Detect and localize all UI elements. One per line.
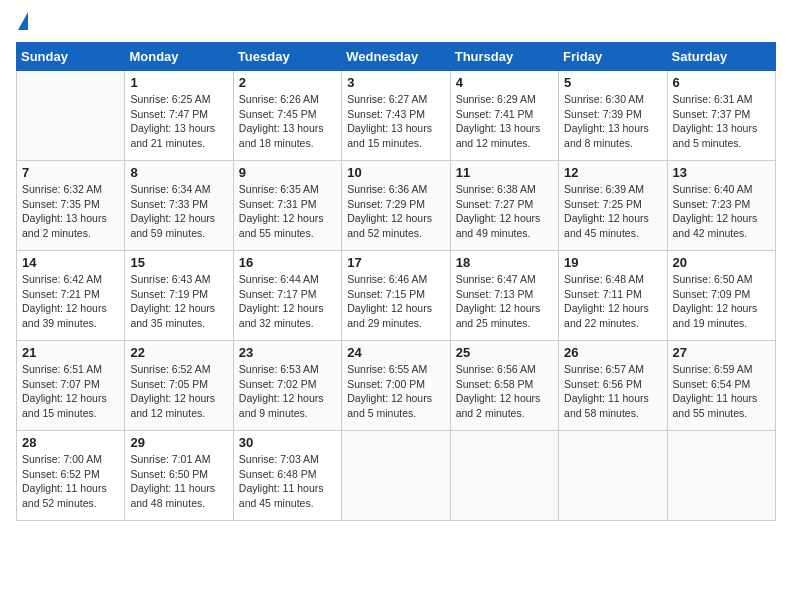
calendar-cell: 1Sunrise: 6:25 AMSunset: 7:47 PMDaylight…: [125, 71, 233, 161]
calendar-cell: 15Sunrise: 6:43 AMSunset: 7:19 PMDayligh…: [125, 251, 233, 341]
day-number: 23: [239, 345, 336, 360]
calendar-week-row: 28Sunrise: 7:00 AMSunset: 6:52 PMDayligh…: [17, 431, 776, 521]
day-number: 11: [456, 165, 553, 180]
day-number: 5: [564, 75, 661, 90]
day-number: 20: [673, 255, 770, 270]
day-info: Sunrise: 7:03 AMSunset: 6:48 PMDaylight:…: [239, 452, 336, 511]
calendar-cell: 23Sunrise: 6:53 AMSunset: 7:02 PMDayligh…: [233, 341, 341, 431]
day-number: 14: [22, 255, 119, 270]
calendar-cell: 11Sunrise: 6:38 AMSunset: 7:27 PMDayligh…: [450, 161, 558, 251]
weekday-header-saturday: Saturday: [667, 43, 775, 71]
calendar-cell: 25Sunrise: 6:56 AMSunset: 6:58 PMDayligh…: [450, 341, 558, 431]
day-info: Sunrise: 6:57 AMSunset: 6:56 PMDaylight:…: [564, 362, 661, 421]
day-number: 30: [239, 435, 336, 450]
day-info: Sunrise: 6:39 AMSunset: 7:25 PMDaylight:…: [564, 182, 661, 241]
day-info: Sunrise: 6:34 AMSunset: 7:33 PMDaylight:…: [130, 182, 227, 241]
day-number: 9: [239, 165, 336, 180]
day-info: Sunrise: 6:31 AMSunset: 7:37 PMDaylight:…: [673, 92, 770, 151]
day-info: Sunrise: 6:47 AMSunset: 7:13 PMDaylight:…: [456, 272, 553, 331]
day-info: Sunrise: 6:51 AMSunset: 7:07 PMDaylight:…: [22, 362, 119, 421]
day-number: 13: [673, 165, 770, 180]
calendar-cell: 28Sunrise: 7:00 AMSunset: 6:52 PMDayligh…: [17, 431, 125, 521]
calendar-cell: 12Sunrise: 6:39 AMSunset: 7:25 PMDayligh…: [559, 161, 667, 251]
day-number: 18: [456, 255, 553, 270]
calendar-cell: [667, 431, 775, 521]
calendar-cell: 5Sunrise: 6:30 AMSunset: 7:39 PMDaylight…: [559, 71, 667, 161]
calendar-cell: 16Sunrise: 6:44 AMSunset: 7:17 PMDayligh…: [233, 251, 341, 341]
day-info: Sunrise: 6:52 AMSunset: 7:05 PMDaylight:…: [130, 362, 227, 421]
day-info: Sunrise: 6:26 AMSunset: 7:45 PMDaylight:…: [239, 92, 336, 151]
day-info: Sunrise: 6:27 AMSunset: 7:43 PMDaylight:…: [347, 92, 444, 151]
weekday-header-sunday: Sunday: [17, 43, 125, 71]
day-info: Sunrise: 6:48 AMSunset: 7:11 PMDaylight:…: [564, 272, 661, 331]
day-info: Sunrise: 7:00 AMSunset: 6:52 PMDaylight:…: [22, 452, 119, 511]
calendar-cell: 20Sunrise: 6:50 AMSunset: 7:09 PMDayligh…: [667, 251, 775, 341]
calendar-cell: [559, 431, 667, 521]
day-info: Sunrise: 7:01 AMSunset: 6:50 PMDaylight:…: [130, 452, 227, 511]
weekday-header-monday: Monday: [125, 43, 233, 71]
day-number: 12: [564, 165, 661, 180]
day-number: 21: [22, 345, 119, 360]
calendar-week-row: 7Sunrise: 6:32 AMSunset: 7:35 PMDaylight…: [17, 161, 776, 251]
day-number: 24: [347, 345, 444, 360]
day-info: Sunrise: 6:42 AMSunset: 7:21 PMDaylight:…: [22, 272, 119, 331]
calendar-cell: 4Sunrise: 6:29 AMSunset: 7:41 PMDaylight…: [450, 71, 558, 161]
calendar-cell: 18Sunrise: 6:47 AMSunset: 7:13 PMDayligh…: [450, 251, 558, 341]
calendar-cell: 21Sunrise: 6:51 AMSunset: 7:07 PMDayligh…: [17, 341, 125, 431]
day-info: Sunrise: 6:44 AMSunset: 7:17 PMDaylight:…: [239, 272, 336, 331]
calendar-week-row: 21Sunrise: 6:51 AMSunset: 7:07 PMDayligh…: [17, 341, 776, 431]
day-number: 25: [456, 345, 553, 360]
calendar-cell: [450, 431, 558, 521]
logo-triangle-icon: [18, 12, 28, 30]
day-number: 10: [347, 165, 444, 180]
calendar-table: SundayMondayTuesdayWednesdayThursdayFrid…: [16, 42, 776, 521]
day-number: 22: [130, 345, 227, 360]
day-number: 6: [673, 75, 770, 90]
day-info: Sunrise: 6:56 AMSunset: 6:58 PMDaylight:…: [456, 362, 553, 421]
day-number: 29: [130, 435, 227, 450]
calendar-cell: 22Sunrise: 6:52 AMSunset: 7:05 PMDayligh…: [125, 341, 233, 431]
calendar-cell: 27Sunrise: 6:59 AMSunset: 6:54 PMDayligh…: [667, 341, 775, 431]
logo: [16, 16, 28, 30]
day-info: Sunrise: 6:32 AMSunset: 7:35 PMDaylight:…: [22, 182, 119, 241]
calendar-week-row: 1Sunrise: 6:25 AMSunset: 7:47 PMDaylight…: [17, 71, 776, 161]
weekday-header-tuesday: Tuesday: [233, 43, 341, 71]
calendar-cell: 26Sunrise: 6:57 AMSunset: 6:56 PMDayligh…: [559, 341, 667, 431]
calendar-cell: 19Sunrise: 6:48 AMSunset: 7:11 PMDayligh…: [559, 251, 667, 341]
calendar-cell: 29Sunrise: 7:01 AMSunset: 6:50 PMDayligh…: [125, 431, 233, 521]
day-info: Sunrise: 6:55 AMSunset: 7:00 PMDaylight:…: [347, 362, 444, 421]
weekday-header-wednesday: Wednesday: [342, 43, 450, 71]
calendar-cell: 17Sunrise: 6:46 AMSunset: 7:15 PMDayligh…: [342, 251, 450, 341]
day-info: Sunrise: 6:25 AMSunset: 7:47 PMDaylight:…: [130, 92, 227, 151]
calendar-cell: 24Sunrise: 6:55 AMSunset: 7:00 PMDayligh…: [342, 341, 450, 431]
calendar-cell: [17, 71, 125, 161]
day-info: Sunrise: 6:43 AMSunset: 7:19 PMDaylight:…: [130, 272, 227, 331]
day-number: 2: [239, 75, 336, 90]
day-number: 28: [22, 435, 119, 450]
day-number: 7: [22, 165, 119, 180]
calendar-cell: 30Sunrise: 7:03 AMSunset: 6:48 PMDayligh…: [233, 431, 341, 521]
day-info: Sunrise: 6:40 AMSunset: 7:23 PMDaylight:…: [673, 182, 770, 241]
page-header: [16, 16, 776, 30]
calendar-cell: 2Sunrise: 6:26 AMSunset: 7:45 PMDaylight…: [233, 71, 341, 161]
calendar-cell: 14Sunrise: 6:42 AMSunset: 7:21 PMDayligh…: [17, 251, 125, 341]
calendar-cell: 3Sunrise: 6:27 AMSunset: 7:43 PMDaylight…: [342, 71, 450, 161]
calendar-week-row: 14Sunrise: 6:42 AMSunset: 7:21 PMDayligh…: [17, 251, 776, 341]
day-info: Sunrise: 6:50 AMSunset: 7:09 PMDaylight:…: [673, 272, 770, 331]
day-info: Sunrise: 6:30 AMSunset: 7:39 PMDaylight:…: [564, 92, 661, 151]
day-info: Sunrise: 6:36 AMSunset: 7:29 PMDaylight:…: [347, 182, 444, 241]
calendar-cell: 10Sunrise: 6:36 AMSunset: 7:29 PMDayligh…: [342, 161, 450, 251]
day-info: Sunrise: 6:35 AMSunset: 7:31 PMDaylight:…: [239, 182, 336, 241]
day-number: 8: [130, 165, 227, 180]
weekday-header-friday: Friday: [559, 43, 667, 71]
day-number: 26: [564, 345, 661, 360]
day-info: Sunrise: 6:53 AMSunset: 7:02 PMDaylight:…: [239, 362, 336, 421]
day-number: 17: [347, 255, 444, 270]
calendar-cell: 6Sunrise: 6:31 AMSunset: 7:37 PMDaylight…: [667, 71, 775, 161]
calendar-cell: 7Sunrise: 6:32 AMSunset: 7:35 PMDaylight…: [17, 161, 125, 251]
day-info: Sunrise: 6:59 AMSunset: 6:54 PMDaylight:…: [673, 362, 770, 421]
day-number: 19: [564, 255, 661, 270]
calendar-cell: 9Sunrise: 6:35 AMSunset: 7:31 PMDaylight…: [233, 161, 341, 251]
day-number: 1: [130, 75, 227, 90]
day-number: 4: [456, 75, 553, 90]
